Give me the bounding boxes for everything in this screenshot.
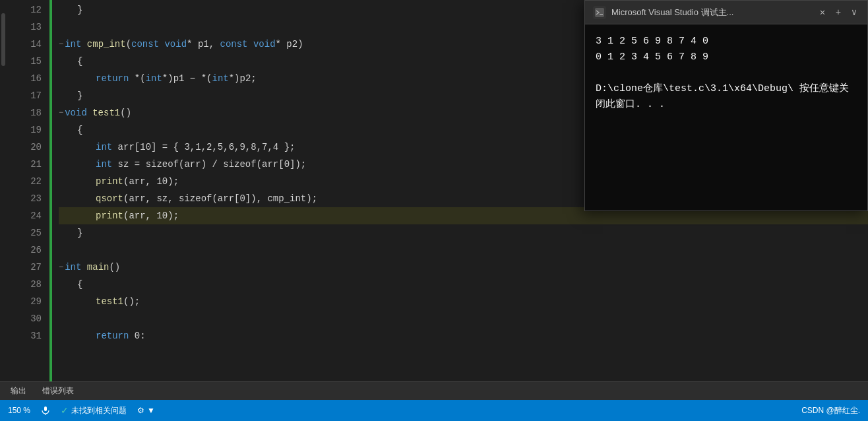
terminal-body: 3 1 2 5 6 9 8 7 4 0 0 1 2 3 4 5 6 7 8 9 …	[585, 24, 867, 210]
terminal-window: Microsoft Visual Studio 调试主... ✕ + ∨ 3 1…	[584, 0, 868, 211]
code-line-27: −int main()	[59, 259, 868, 276]
settings-icon: ⚙	[137, 406, 144, 415]
no-issues-text: 未找到相关问题	[71, 405, 127, 416]
branding: CSDN @醉红尘.	[801, 405, 860, 416]
settings-icon-area[interactable]: ⚙ ▼	[137, 406, 155, 415]
line-numbers: 12 13 14 15 16 17 18 19 20 21 22 23 24 2…	[7, 0, 49, 381]
line-num-20: 20	[7, 139, 42, 156]
collapse-icon-18[interactable]: −	[59, 104, 63, 121]
line-num-14: 14	[7, 36, 42, 53]
mic-icon[interactable]	[41, 406, 50, 415]
settings-dropdown: ▼	[147, 406, 155, 415]
terminal-app-icon	[593, 6, 606, 19]
line-num-19: 19	[7, 121, 42, 139]
terminal-plus-btn[interactable]: +	[833, 7, 844, 18]
line-num-27: 27	[7, 259, 42, 276]
check-icon: ✓	[61, 405, 69, 416]
terminal-close-btn[interactable]: ✕	[817, 7, 828, 18]
line-num-16: 16	[7, 70, 42, 87]
code-line-26	[59, 242, 868, 259]
line-num-31: 31	[7, 327, 42, 344]
no-issues-indicator: ✓ 未找到相关问题	[61, 405, 127, 416]
scrollbar-thumb[interactable]	[1, 13, 5, 66]
line-num-12: 12	[7, 1, 42, 18]
terminal-output-2: 0 1 2 3 4 5 6 7 8 9	[596, 49, 857, 65]
code-line-28: {	[59, 276, 868, 293]
code-line-30	[59, 310, 868, 327]
line-num-24: 24	[7, 207, 42, 224]
line-num-26: 26	[7, 242, 42, 259]
line-num-29: 29	[7, 293, 42, 310]
terminal-path: D:\clone仓库\test.c\3.1\x64\Debug\	[596, 83, 793, 94]
code-line-31: return 0:	[59, 327, 868, 344]
bottom-toolbar: 输出 错误列表	[0, 381, 868, 400]
code-line-29: test1();	[59, 293, 868, 310]
line-num-23: 23	[7, 190, 42, 207]
line-num-22: 22	[7, 173, 42, 190]
code-line-25: }	[59, 224, 868, 242]
left-scrollbar[interactable]	[0, 0, 7, 381]
terminal-titlebar: Microsoft Visual Studio 调试主... ✕ + ∨	[585, 1, 867, 24]
svg-rect-2	[44, 406, 47, 411]
tab-output[interactable]: 输出	[5, 384, 32, 398]
terminal-output-1: 3 1 2 5 6 9 8 7 4 0	[596, 34, 857, 49]
line-num-13: 13	[7, 18, 42, 36]
zoom-value: 150 %	[8, 406, 30, 415]
collapse-icon-27[interactable]: −	[59, 259, 63, 276]
status-bar: 150 % ✓ 未找到相关问题 ⚙ ▼ CSDN @醉红尘.	[0, 400, 868, 421]
line-num-25: 25	[7, 224, 42, 242]
line-num-21: 21	[7, 156, 42, 173]
line-num-18: 18	[7, 104, 42, 121]
main-area: 12 13 14 15 16 17 18 19 20 21 22 23 24 2…	[0, 0, 868, 381]
line-num-15: 15	[7, 53, 42, 70]
collapse-icon-14[interactable]: −	[59, 36, 63, 53]
tab-error-list[interactable]: 错误列表	[37, 384, 79, 398]
line-num-30: 30	[7, 310, 42, 327]
terminal-title: Microsoft Visual Studio 调试主...	[611, 7, 812, 18]
line-num-17: 17	[7, 87, 42, 104]
zoom-level: 150 %	[8, 406, 30, 415]
terminal-dropdown-btn[interactable]: ∨	[849, 7, 859, 18]
line-num-28: 28	[7, 276, 42, 293]
